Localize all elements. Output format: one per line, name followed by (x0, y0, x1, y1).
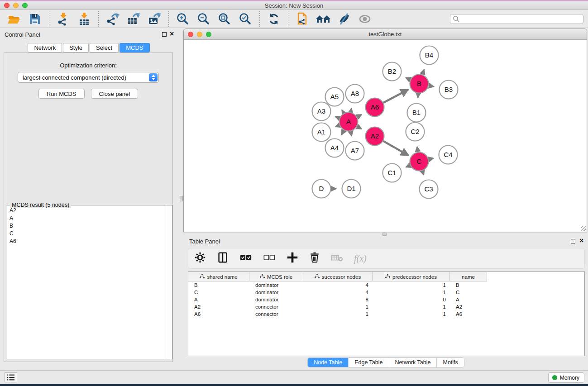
save-session-icon[interactable] (27, 12, 43, 26)
run-mcds-button[interactable]: Run MCDS (38, 89, 85, 99)
edge-B-B1[interactable] (418, 93, 418, 97)
search-input[interactable] (460, 15, 583, 23)
home-layout-icon[interactable] (316, 12, 331, 26)
node-label-C4: C4 (444, 151, 452, 158)
cell-MCDS-role: dominator (249, 297, 303, 302)
edge-C-C2[interactable] (417, 147, 418, 152)
export-image-icon[interactable] (147, 12, 162, 26)
mcds-result-item[interactable]: C (7, 229, 166, 237)
splitter-handle[interactable] (382, 233, 387, 236)
node-label-B1: B1 (412, 109, 421, 116)
tab-node-table[interactable]: Node Table (308, 358, 349, 367)
close-panel-button[interactable]: Close panel (91, 89, 139, 99)
node-label-A: A (346, 118, 351, 125)
edge-A-A2[interactable] (357, 126, 362, 129)
mcds-result-item[interactable]: A (7, 214, 166, 222)
edge-A-A8[interactable] (351, 109, 352, 112)
node-label-A7: A7 (351, 147, 359, 154)
tab-mcds[interactable]: MCDS (120, 43, 149, 52)
node-label-B4: B4 (425, 51, 433, 59)
clone-network-icon[interactable] (295, 12, 310, 26)
mcds-result-item[interactable]: A2 (7, 206, 166, 214)
close-panel-icon[interactable]: × (170, 30, 174, 38)
float-panel-icon[interactable] (162, 32, 167, 37)
window-resize-grip[interactable] (581, 226, 586, 231)
mcds-result-item[interactable]: A6 (7, 237, 166, 245)
tab-style[interactable]: Style (63, 43, 89, 52)
tab-network[interactable]: Network (28, 43, 62, 52)
import-network-icon[interactable] (56, 12, 71, 26)
edge-C-C3[interactable] (422, 171, 424, 175)
edge-A-A3[interactable] (335, 117, 339, 118)
hide-graphics-details-icon[interactable] (336, 12, 352, 26)
tab-edge-table[interactable]: Edge Table (349, 358, 389, 367)
memory-status-icon (552, 375, 557, 380)
edge-B-B2[interactable] (406, 78, 411, 80)
tab-network-table[interactable]: Network Table (389, 358, 437, 367)
edge-C-C4[interactable] (429, 158, 433, 159)
mcds-result-box: MCDS result (5 nodes) A2ABCA6 (7, 205, 172, 359)
control-panel-header: Control Panel × (0, 31, 177, 39)
edge-A6-B[interactable] (383, 90, 408, 103)
column-header-MCDS-role[interactable]: MCDS role (249, 272, 303, 281)
zoom-selected-icon[interactable] (238, 12, 253, 26)
edge-A-A5[interactable] (342, 110, 344, 113)
column-view-icon[interactable] (216, 251, 229, 266)
edge-B-B4[interactable] (422, 70, 424, 75)
table-row[interactable]: Bdominator41B (188, 281, 584, 289)
edge-A-A4[interactable] (342, 130, 344, 134)
cell-predecessor-nodes: 0 (373, 297, 450, 302)
cell-MCDS-role: connector (249, 304, 303, 310)
criterion-select[interactable]: largest connected component (directed) (18, 72, 159, 83)
node-label-A3: A3 (317, 107, 325, 115)
zoom-in-icon[interactable] (175, 12, 191, 26)
table-row[interactable]: Cdominator41C (188, 289, 584, 296)
open-session-icon[interactable] (6, 12, 22, 26)
import-table-icon[interactable] (76, 12, 92, 26)
refresh-icon[interactable] (266, 12, 282, 26)
table-panel: Table Panel × f(x) (177, 237, 588, 370)
float-panel-icon[interactable] (571, 239, 575, 243)
export-network-icon[interactable] (105, 12, 120, 26)
table-row[interactable]: A6connector11A6 (188, 310, 584, 318)
edge-A2-C[interactable] (383, 141, 408, 156)
node-label-A4: A4 (330, 144, 339, 152)
settings-gear-icon[interactable] (194, 251, 206, 266)
column-header-successor-nodes[interactable]: successor nodes (303, 272, 373, 281)
memory-button[interactable]: Memory (548, 372, 584, 383)
edge-B-B3[interactable] (429, 86, 434, 86)
mcds-result-item[interactable]: B (7, 222, 166, 229)
hierarchy-icon (385, 274, 390, 280)
edge-C-C1[interactable] (406, 165, 410, 167)
node-label-B: B (417, 80, 421, 87)
tab-select[interactable]: Select (90, 43, 119, 52)
mcds-result-scrollbar[interactable] (166, 205, 172, 359)
table-row[interactable]: A2connector11A2 (188, 303, 584, 310)
zoom-fit-icon[interactable] (217, 12, 232, 26)
cell-shared-name: A6 (188, 311, 249, 317)
search-field[interactable] (450, 14, 583, 24)
cell-shared-name: A2 (188, 304, 249, 310)
edge-A-A6[interactable] (357, 114, 362, 117)
deselect-all-icon[interactable] (263, 251, 276, 266)
export-table-icon[interactable] (126, 12, 141, 26)
edge-A-A7[interactable] (351, 131, 352, 136)
network-canvas[interactable]: AA1A2A3A4A5A6A7A8BB1B2B3B4CC1C2C3C4DD1 (184, 40, 587, 232)
vertical-scroll-thumb[interactable] (180, 196, 183, 201)
zoom-out-icon[interactable] (196, 12, 211, 26)
tab-motifs[interactable]: Motifs (437, 358, 464, 367)
close-panel-icon[interactable]: × (579, 237, 583, 245)
search-icon (453, 15, 460, 23)
delete-column-icon[interactable] (309, 251, 320, 266)
select-all-icon[interactable] (239, 251, 253, 266)
add-column-icon[interactable] (286, 251, 299, 266)
column-header-predecessor-nodes[interactable]: predecessor nodes (373, 272, 450, 281)
show-graphics-details-icon[interactable] (357, 12, 373, 26)
edge-A-A1[interactable] (335, 125, 339, 127)
node-label-B3: B3 (445, 86, 453, 93)
network-window-titlebar[interactable]: testGlobe.txt (184, 29, 587, 40)
column-header-shared-name[interactable]: shared name (188, 272, 249, 281)
column-header-name[interactable]: name (450, 272, 487, 281)
table-row[interactable]: Adominator80A (188, 296, 584, 303)
task-history-button[interactable] (5, 372, 17, 382)
